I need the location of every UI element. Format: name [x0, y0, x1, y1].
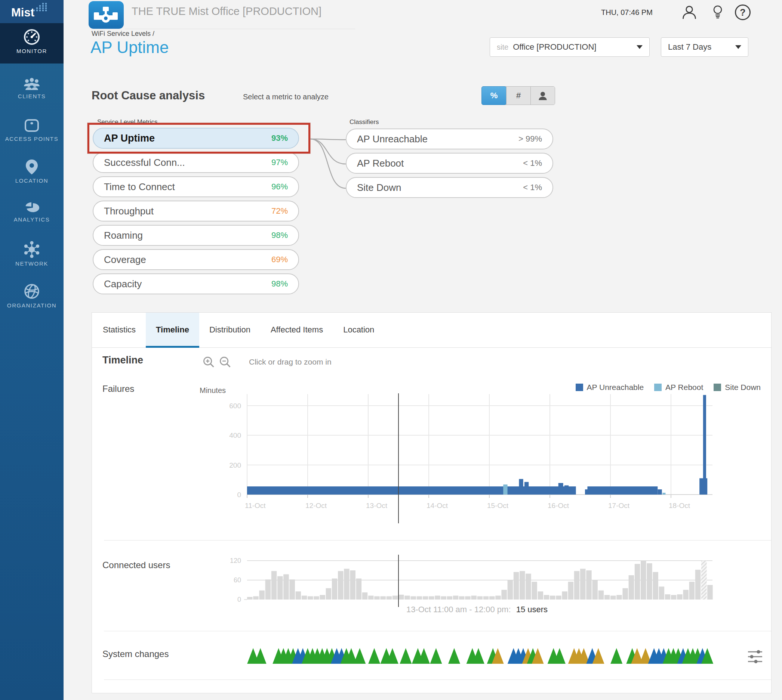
- zoom-in-icon[interactable]: [202, 356, 215, 369]
- sidebar-item-network[interactable]: NETWORK: [0, 241, 63, 267]
- svg-text:400: 400: [229, 432, 241, 439]
- sidebar: Mist: [0, 0, 63, 700]
- help-icon[interactable]: ?: [735, 5, 750, 20]
- page-title: AP Uptime: [90, 38, 169, 57]
- legend-item: AP Reboot: [654, 383, 703, 392]
- sidebar-item-label: LOCATION: [0, 177, 63, 184]
- metric-value: 98%: [271, 279, 288, 289]
- metric-label: Coverage: [104, 254, 146, 266]
- legend-swatch-site-down: [713, 383, 721, 391]
- svg-text:11-Oct: 11-Oct: [245, 502, 266, 510]
- mist-logo-dots-icon: [33, 2, 48, 12]
- tab-statistics[interactable]: Statistics: [93, 313, 146, 348]
- metric-value: 69%: [271, 255, 288, 265]
- date-range-selector[interactable]: Last 7 Days: [661, 37, 749, 57]
- sidebar-item-analytics[interactable]: ANALYTICS: [0, 200, 63, 223]
- failures-chart[interactable]: 11-Oct12-Oct13-Oct14-Oct15-Oct16-Oct17-O…: [92, 392, 772, 525]
- help-glyph: ?: [740, 7, 745, 18]
- svg-text:16-Oct: 16-Oct: [548, 502, 569, 510]
- metric-label: Time to Connect: [104, 181, 175, 193]
- svg-text:12-Oct: 12-Oct: [306, 502, 327, 510]
- annotation-highlight-box: [87, 123, 310, 153]
- sidebar-item-label: ANALYTICS: [0, 216, 63, 223]
- clock: THU, 07:46 PM: [601, 8, 653, 17]
- classifier-label: AP Unreachable: [357, 133, 428, 145]
- lightbulb-icon[interactable]: [710, 5, 726, 21]
- metric-capacity[interactable]: Capacity 98%: [93, 273, 299, 294]
- sidebar-item-clients[interactable]: CLIENTS: [0, 77, 63, 99]
- metric-time-to-connect[interactable]: Time to Connect 96%: [93, 176, 299, 197]
- sidebar-item-label: ACCESS POINTS: [0, 136, 63, 142]
- classifier-value: < 1%: [523, 158, 542, 168]
- divider: [104, 680, 771, 680]
- tooltip-range: 13-Oct 11:00 am - 12:00 pm:: [406, 605, 511, 614]
- gauge-icon: [23, 28, 40, 45]
- legend-label: AP Unreachable: [587, 383, 644, 392]
- metric-successful-connects[interactable]: Successful Conn... 97%: [93, 152, 299, 173]
- metric-coverage[interactable]: Coverage 69%: [93, 249, 299, 270]
- user-icon[interactable]: [681, 5, 697, 21]
- venue-ap-icon: [89, 1, 124, 29]
- metric-value: 72%: [271, 206, 288, 216]
- chevron-down-icon: [735, 45, 741, 49]
- tab-affected-items[interactable]: Affected Items: [261, 313, 333, 348]
- metric-value: 96%: [271, 182, 288, 192]
- svg-text:18-Oct: 18-Oct: [669, 502, 690, 510]
- filter-sliders-icon[interactable]: [747, 650, 763, 664]
- location-pin-icon: [23, 159, 40, 175]
- page: Mist: [0, 0, 782, 700]
- site-selector-label: site: [497, 43, 508, 52]
- svg-text:200: 200: [229, 461, 241, 469]
- legend-label: Site Down: [725, 383, 761, 392]
- classifier-label: AP Reboot: [357, 158, 404, 169]
- classifier-ap-reboot[interactable]: AP Reboot < 1%: [346, 153, 553, 174]
- org-title: THE TRUE Mist Office [PRODUCTION]: [132, 5, 321, 18]
- svg-text:13-Oct: 13-Oct: [366, 502, 388, 510]
- tab-distribution[interactable]: Distribution: [199, 313, 261, 348]
- unit-toggle-group: % #: [481, 86, 555, 105]
- date-range-value: Last 7 Days: [668, 42, 711, 52]
- metric-roaming[interactable]: Roaming 98%: [93, 225, 299, 246]
- toggle-count-button[interactable]: #: [506, 87, 530, 105]
- sidebar-item-location[interactable]: LOCATION: [0, 159, 63, 184]
- tab-bar: Statistics Timeline Distribution Affecte…: [92, 313, 771, 348]
- zoom-out-icon[interactable]: [219, 356, 232, 369]
- breadcrumb[interactable]: WiFi Service Levels /: [92, 30, 154, 38]
- metric-label: Roaming: [104, 230, 143, 241]
- site-selector-value: Office [PRODUCTION]: [513, 42, 596, 52]
- legend-swatch-ap-reboot: [654, 383, 662, 391]
- tab-timeline[interactable]: Timeline: [146, 313, 199, 348]
- svg-text:0: 0: [237, 491, 241, 499]
- legend-item: AP Unreachable: [576, 383, 644, 392]
- tab-location[interactable]: Location: [333, 313, 384, 348]
- svg-text:15-Oct: 15-Oct: [487, 502, 509, 510]
- legend-swatch-ap-unreachable: [576, 383, 583, 391]
- sidebar-item-monitor[interactable]: MONITOR: [0, 23, 63, 63]
- site-app-icon[interactable]: [89, 1, 124, 29]
- section-subtitle: Select a metric to analyze: [243, 93, 329, 101]
- network-icon: [23, 241, 40, 258]
- system-changes-chart[interactable]: [92, 643, 772, 667]
- failures-legend: AP Unreachable AP Reboot Site Down: [576, 383, 761, 392]
- classifier-label: Site Down: [357, 182, 401, 193]
- sidebar-item-organization[interactable]: ORGANIZATION: [0, 283, 63, 308]
- chevron-down-icon: [637, 45, 643, 49]
- metric-throughput[interactable]: Throughput 72%: [93, 201, 299, 222]
- mist-logo-text: Mist: [11, 6, 34, 20]
- toggle-users-button[interactable]: [530, 87, 555, 105]
- sidebar-item-access-points[interactable]: ACCESS POINTS: [0, 118, 63, 142]
- mist-logo[interactable]: Mist: [0, 0, 63, 23]
- toggle-percent-button[interactable]: %: [482, 87, 506, 105]
- classifiers-list-label: Classifiers: [349, 118, 379, 126]
- metric-value: 97%: [271, 158, 288, 167]
- classifier-site-down[interactable]: Site Down < 1%: [346, 177, 553, 198]
- svg-text:17-Oct: 17-Oct: [608, 502, 630, 510]
- classifier-ap-unreachable[interactable]: AP Unreachable > 99%: [346, 128, 553, 149]
- svg-text:120: 120: [230, 557, 241, 564]
- metric-label: Capacity: [104, 278, 142, 290]
- zoom-hint: Click or drag to zoom in: [249, 357, 332, 367]
- tooltip-value: 15 users: [516, 605, 548, 614]
- site-selector[interactable]: site Office [PRODUCTION]: [490, 37, 650, 57]
- metric-value: 98%: [271, 230, 288, 240]
- svg-text:60: 60: [234, 577, 241, 584]
